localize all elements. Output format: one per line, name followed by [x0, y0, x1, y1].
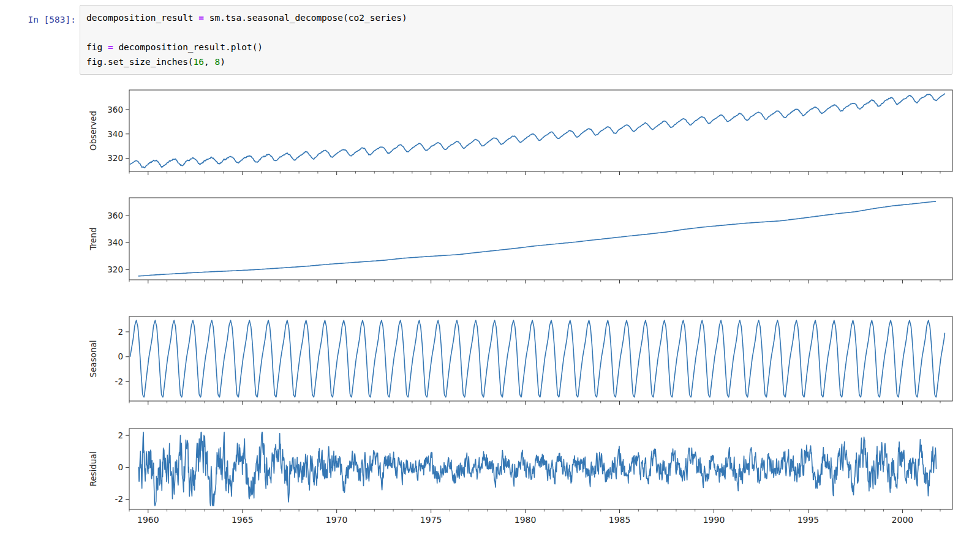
code-token-operator: = [198, 13, 204, 23]
x-tick-label: 1970 [326, 515, 348, 525]
x-tick-label: 1995 [797, 515, 820, 525]
y-tick-label: 0 [118, 351, 123, 361]
observed-line [130, 94, 945, 168]
code-token-plain: fig.set_size_inches( [86, 57, 194, 67]
y-tick-label: 320 [107, 264, 123, 274]
residual-axis-label: Residual [88, 451, 98, 486]
code-token-plain: decomposition_result [86, 13, 198, 23]
x-tick-label: 1980 [514, 515, 537, 525]
trend-frame [129, 198, 952, 280]
x-tick-label: 1975 [420, 515, 442, 525]
code-token-number: 16 [194, 57, 204, 67]
seasonal-line [130, 320, 945, 397]
code-token-number: 8 [215, 57, 221, 67]
residual-line [138, 432, 936, 506]
residual-frame [129, 429, 952, 509]
code-token-plain: ) [220, 57, 225, 67]
observed-axis-label: Observed [88, 111, 98, 151]
y-tick-label: 360 [107, 211, 123, 220]
y-tick-label: 320 [107, 153, 123, 163]
observed-panel: 320340360Observed [88, 90, 952, 175]
trend-panel: 320340360Trend [88, 198, 952, 283]
code-token-plain: decomposition_result.plot() [113, 42, 263, 52]
residual-panel: -202Residual [88, 429, 952, 513]
output-area: 320340360Observed320340360Trend-202Seaso… [0, 86, 980, 540]
code-content: decomposition_result = sm.tsa.seasonal_d… [86, 10, 946, 69]
y-tick-label: -2 [115, 377, 123, 386]
trend-line [138, 201, 935, 276]
code-token-operator: = [108, 42, 113, 52]
y-tick-label: 360 [107, 105, 123, 114]
input-prompt: In [583]: [4, 12, 76, 27]
y-tick-label: 340 [107, 129, 123, 139]
y-tick-label: 2 [118, 327, 123, 337]
code-editor[interactable]: decomposition_result = sm.tsa.seasonal_d… [80, 5, 952, 75]
y-tick-label: 0 [118, 462, 123, 472]
y-tick-label: 340 [107, 238, 123, 247]
observed-frame [129, 90, 952, 171]
code-token-plain: sm.tsa.seasonal_decompose(co2_series) [204, 13, 407, 23]
seasonal-panel: -202Seasonal [88, 317, 952, 405]
x-tick-label: 1985 [609, 515, 631, 525]
code-token-plain: , [204, 57, 214, 67]
x-tick-label: 1965 [232, 515, 254, 525]
x-tick-label: 1990 [703, 515, 725, 525]
code-token-plain: fig [86, 42, 108, 52]
x-tick-label: 1960 [137, 515, 159, 525]
x-tick-label: 2000 [892, 515, 914, 525]
trend-axis-label: Trend [88, 228, 98, 251]
y-tick-label: -2 [115, 494, 123, 504]
y-tick-label: 2 [118, 430, 123, 440]
decomposition-figure: 320340360Observed320340360Trend-202Seaso… [0, 86, 980, 540]
seasonal-axis-label: Seasonal [88, 340, 98, 377]
